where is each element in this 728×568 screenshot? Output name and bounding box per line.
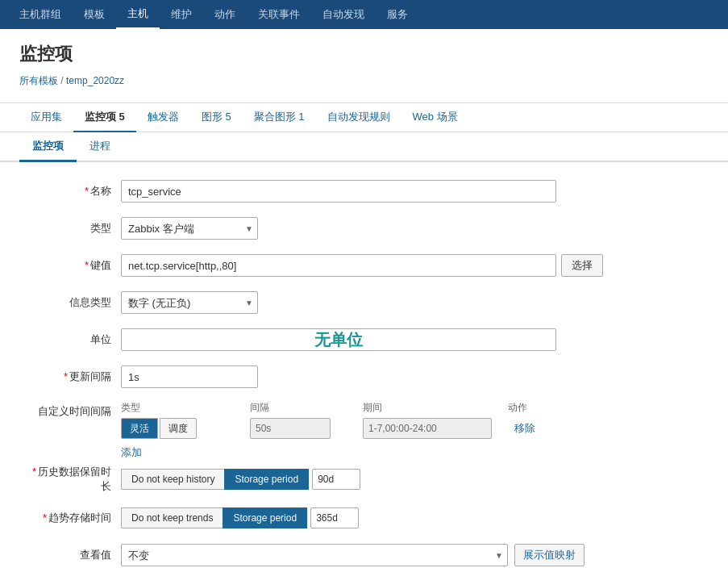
remove-cell: 移除 xyxy=(508,421,556,436)
col-header-type: 类型 xyxy=(121,401,250,415)
name-row: *名称 xyxy=(24,178,704,204)
key-field-group: 选择 xyxy=(121,254,603,277)
nav-item-hosts[interactable]: 主机 xyxy=(116,0,160,29)
history-label: *历史数据保留时长 xyxy=(24,465,121,494)
tab-items[interactable]: 监控项 5 xyxy=(73,103,136,132)
show-value-mapping-button[interactable]: 展示值映射 xyxy=(514,544,584,566)
type-select[interactable]: Zabbix 客户端 xyxy=(121,217,258,240)
type-label: 类型 xyxy=(24,221,121,236)
page-title: 监控项 xyxy=(19,42,709,66)
nav-item-events[interactable]: 关联事件 xyxy=(247,1,311,28)
remove-link[interactable]: 移除 xyxy=(508,422,542,434)
unit-input[interactable] xyxy=(121,328,556,351)
name-label: *名称 xyxy=(24,184,121,198)
top-navigation: 主机群组 模板 主机 维护 动作 关联事件 自动发现 服务 xyxy=(0,0,728,29)
history-row: *历史数据保留时长 Do not keep history Storage pe… xyxy=(24,465,704,494)
breadcrumb-sep: / xyxy=(60,75,63,86)
type-toggle-group: 灵活 调度 xyxy=(121,418,250,439)
page-header: 监控项 所有模板 / temp_2020zz xyxy=(0,29,728,103)
trend-label: *趋势存储时间 xyxy=(24,511,121,525)
tab-triggers[interactable]: 触发器 xyxy=(136,103,190,132)
key-label: *键值 xyxy=(24,258,121,273)
key-row: *键值 选择 xyxy=(24,253,704,278)
key-select-button[interactable]: 选择 xyxy=(561,254,603,277)
secondary-tabs: 应用集 监控项 5 触发器 图形 5 聚合图形 1 自动发现规则 Web 场景 xyxy=(0,103,728,132)
view-val-controls: 不变 ▼ 展示值映射 xyxy=(121,544,584,566)
nav-item-services[interactable]: 服务 xyxy=(376,1,419,28)
tab-items-detail[interactable]: 监控项 xyxy=(19,132,77,162)
info-type-label: 信息类型 xyxy=(24,295,121,310)
update-interval-input[interactable] xyxy=(121,365,258,388)
update-interval-label: *更新间隔 xyxy=(24,370,121,384)
custom-interval-label: 自定义时间间隔 xyxy=(24,401,121,419)
required-star-trend: * xyxy=(43,512,47,524)
period-value-input[interactable] xyxy=(363,418,492,439)
history-storage-period-btn[interactable]: Storage period xyxy=(224,469,309,490)
btn-schedule[interactable]: 调度 xyxy=(160,418,197,439)
required-star: * xyxy=(85,185,89,197)
main-content: *名称 类型 Zabbix 客户端 ▼ *键值 选择 信息类型 数字 (无正负)… xyxy=(0,162,728,568)
breadcrumb: 所有模板 / temp_2020zz xyxy=(19,74,709,88)
interval-value-cell xyxy=(250,418,363,439)
type-select-wrap: Zabbix 客户端 ▼ xyxy=(121,217,258,240)
breadcrumb-root[interactable]: 所有模板 xyxy=(19,75,58,86)
nav-item-hostgroups[interactable]: 主机群组 xyxy=(8,1,73,28)
tab-web-scenarios[interactable]: Web 场景 xyxy=(401,103,469,132)
history-value-input[interactable] xyxy=(312,469,360,490)
trend-no-keep-btn[interactable]: Do not keep trends xyxy=(121,507,223,528)
custom-interval-section: 自定义时间间隔 类型 间隔 期间 动作 灵活 调度 xyxy=(24,401,704,460)
required-star-update: * xyxy=(64,370,68,382)
tab-discovery-rules[interactable]: 自动发现规则 xyxy=(316,103,401,132)
trend-row: *趋势存储时间 Do not keep trends Storage perio… xyxy=(24,505,704,531)
btn-flexible[interactable]: 灵活 xyxy=(121,418,158,439)
col-header-period: 期间 xyxy=(363,401,508,415)
required-star-key: * xyxy=(85,259,89,271)
view-val-select[interactable]: 不变 xyxy=(121,544,508,566)
required-star-history: * xyxy=(32,466,36,478)
nav-item-actions[interactable]: 动作 xyxy=(203,1,247,28)
tertiary-tabs: 监控项 进程 xyxy=(0,132,728,162)
tab-process[interactable]: 进程 xyxy=(77,132,123,162)
trend-toggle-group: Do not keep trends Storage period xyxy=(121,507,359,528)
info-type-row: 信息类型 数字 (无正负) ▼ xyxy=(24,290,704,315)
unit-row: 单位 无单位 xyxy=(24,327,704,353)
interval-table: 类型 间隔 期间 动作 灵活 调度 xyxy=(121,401,556,460)
key-input[interactable] xyxy=(121,254,556,277)
interval-col-headers: 类型 间隔 期间 动作 xyxy=(121,401,556,415)
history-toggle-group: Do not keep history Storage period xyxy=(121,469,360,490)
view-val-select-wrap: 不变 ▼ xyxy=(121,544,508,566)
trend-storage-period-btn[interactable]: Storage period xyxy=(223,507,307,528)
col-header-action: 动作 xyxy=(508,401,556,415)
type-row: 类型 Zabbix 客户端 ▼ xyxy=(24,215,704,241)
interval-data-row: 灵活 调度 移除 xyxy=(121,418,556,439)
add-interval-link[interactable]: 添加 xyxy=(121,445,142,460)
tab-graphs[interactable]: 图形 5 xyxy=(190,103,243,132)
view-val-row: 查看值 不变 ▼ 展示值映射 xyxy=(24,542,704,568)
nav-item-templates[interactable]: 模板 xyxy=(73,1,116,28)
info-type-select-wrap: 数字 (无正负) ▼ xyxy=(121,291,258,314)
info-type-select[interactable]: 数字 (无正负) xyxy=(121,291,258,314)
tab-agg-graphs[interactable]: 聚合图形 1 xyxy=(243,103,316,132)
interval-value-input[interactable] xyxy=(250,418,331,439)
col-header-interval: 间隔 xyxy=(250,401,363,415)
trend-value-input[interactable] xyxy=(310,507,359,528)
view-val-label: 查看值 xyxy=(24,548,121,562)
tab-apps[interactable]: 应用集 xyxy=(19,103,73,132)
nav-item-maintenance[interactable]: 维护 xyxy=(160,1,203,28)
name-input[interactable] xyxy=(121,180,556,203)
breadcrumb-child[interactable]: temp_2020zz xyxy=(66,75,124,86)
history-no-keep-btn[interactable]: Do not keep history xyxy=(121,469,224,490)
nav-item-autodiscover[interactable]: 自动发现 xyxy=(311,1,376,28)
period-cell xyxy=(363,418,508,439)
unit-label: 单位 xyxy=(24,332,121,347)
update-interval-row: *更新间隔 xyxy=(24,364,704,390)
interval-type-buttons: 灵活 调度 xyxy=(121,418,250,439)
add-interval-row: 添加 xyxy=(121,442,556,460)
unit-field-wrap: 无单位 xyxy=(121,328,556,351)
